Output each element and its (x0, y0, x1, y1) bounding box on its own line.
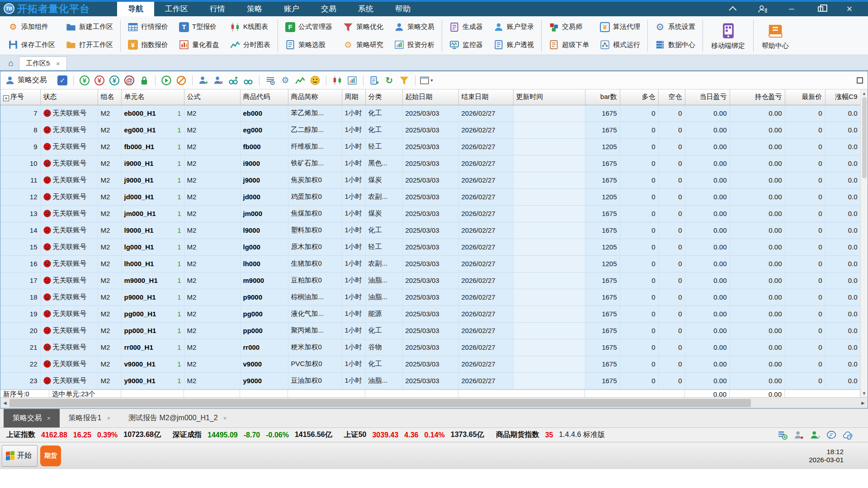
workspace-tab-close-icon[interactable]: × (56, 60, 60, 67)
table-row[interactable]: 17无关联账号M2m9000_H11M2m9000豆粕加权01小时油脂...20… (0, 272, 860, 289)
ribbon-button-mobile-binding[interactable]: 移动端绑定 (705, 18, 751, 54)
table-row[interactable]: 16无关联账号M2lh000_H11M2lh000生猪加权01小时农副...20… (0, 255, 860, 272)
table-row[interactable]: 9无关联账号M2fb000_H11M2fb000纤维板加...1小时轻工2025… (0, 138, 860, 155)
column-header-code[interactable]: 商品代码 (240, 89, 288, 105)
expand-all-icon[interactable]: + (3, 95, 9, 101)
statusbar-cloud-sync-icon[interactable] (843, 430, 853, 440)
toolbar-link-off-button[interactable] (243, 75, 254, 86)
table-row[interactable]: 20无关联账号M2pp000_H11M2pp000聚丙烯加...1小时化工202… (0, 322, 860, 339)
table-row[interactable]: 7无关联账号M2eb000_H11M2eb000苯乙烯加...1小时化工2025… (0, 105, 860, 122)
doc-tab-策略交易[interactable]: 策略交易× (4, 409, 60, 427)
column-header-start[interactable]: 起始日期 (402, 89, 458, 105)
column-header-short[interactable]: 空仓 (658, 89, 685, 105)
ribbon-button-generator[interactable]: 生成器 (444, 21, 488, 33)
toolbar-select-check-button[interactable]: ✓ (57, 75, 68, 86)
ribbon-button-strategy-research[interactable]: ⚙策略研究 (338, 39, 389, 51)
home-tab[interactable]: ⌂ (3, 56, 19, 70)
column-header-status[interactable]: 状态 (40, 89, 98, 105)
doc-tab-测试报告 M2@jm000_H1_2[interactable]: 测试报告 M2@jm000_H1_2× (119, 409, 236, 427)
toolbar-unlock-button[interactable] (139, 75, 150, 86)
user-account-icon[interactable] (756, 4, 769, 14)
horizontal-scrollbar[interactable]: ◄ ► (0, 397, 868, 408)
doc-tab-close-icon[interactable]: × (223, 415, 227, 422)
scroll-right-icon[interactable]: ► (859, 400, 868, 406)
ribbon-button-open-workspace[interactable]: 打开工作区 (61, 39, 118, 51)
horizontal-scroll-thumb[interactable] (9, 399, 751, 407)
doc-tab-close-icon[interactable]: × (107, 415, 111, 422)
ribbon-button-new-workspace[interactable]: 新建工作区 (61, 21, 118, 33)
toolbar-ban-button[interactable] (176, 75, 187, 86)
statusbar-message-icon[interactable] (826, 430, 836, 440)
scroll-left-icon[interactable]: ◄ (0, 400, 9, 406)
ribbon-button-system-settings[interactable]: ⚙系统设置 (650, 21, 701, 33)
menu-item-系统[interactable]: 系统 (347, 2, 384, 16)
table-row[interactable]: 18无关联账号M2p9000_H11M2p9000棕榈油加...1小时油脂...… (0, 289, 860, 305)
toolbar-fund-pause-button[interactable]: ¥ (94, 75, 105, 86)
ribbon-button-monitor[interactable]: 监控器 (444, 39, 488, 51)
desktop-monitor-icon[interactable] (852, 450, 863, 462)
table-row[interactable]: 15无关联账号M2lg000_H11M2lg000原木加权01小时轻工2025/… (0, 239, 860, 255)
table-row[interactable]: 10无关联账号M2i9000_H11M2i9000铁矿石加...1小时黑色...… (0, 155, 860, 172)
minimize-button[interactable]: ─ (785, 4, 798, 14)
toolbar-fund-lock-button[interactable]: ¥ (109, 75, 120, 86)
scroll-down-icon[interactable]: ▼ (862, 389, 867, 397)
ribbon-button-index-quote[interactable]: ¥指数报价 (123, 39, 174, 51)
column-header-last[interactable]: 最新价 (785, 89, 825, 105)
column-header-unit[interactable]: 单元名 (121, 89, 184, 105)
ribbon-button-help-center[interactable]: 帮助中心 (755, 18, 795, 54)
table-row[interactable]: 12无关联账号M2jd000_H11M2jd000鸡蛋加权01小时农副...20… (0, 188, 860, 205)
menu-item-导航[interactable]: 导航 (117, 2, 154, 16)
toolbar-refresh-button[interactable]: ↻ (384, 75, 395, 86)
ribbon-button-kline-chart[interactable]: K线图表 (225, 21, 276, 33)
toolbar-link-on-button[interactable] (228, 75, 239, 86)
ribbon-button-trader[interactable]: 交易师 (543, 21, 594, 33)
statusbar-user-online-icon[interactable]: ✓ (810, 430, 820, 440)
column-header-update[interactable]: 更新时间 (513, 89, 585, 105)
toolbar-clipboard-add-button[interactable] (369, 75, 380, 86)
toolbar-account-remove-button[interactable]: × (213, 75, 224, 86)
ribbon-button-save-workspace[interactable]: 保存工作区 (3, 39, 61, 51)
ribbon-button-algo-agent[interactable]: ¥算法代理 (594, 21, 646, 33)
close-button[interactable]: × (843, 4, 856, 14)
menu-item-账户[interactable]: 账户 (273, 2, 310, 16)
table-row[interactable]: 8无关联账号M2eg000_H11M2eg000乙二醇加...1小时化工2025… (0, 122, 860, 138)
vertical-scrollbar[interactable]: ▲ ▼ (860, 89, 868, 397)
column-header-idx[interactable]: +序号 (0, 89, 40, 105)
toolbar-equity-curve-button[interactable] (295, 75, 306, 86)
menu-item-帮助[interactable]: 帮助 (384, 2, 421, 16)
column-header-cat[interactable]: 分类 (365, 89, 402, 105)
toolbar-emotion-button[interactable] (310, 75, 321, 86)
ribbon-button-mode-run[interactable]: 模式运行 (594, 39, 646, 51)
restore-button[interactable] (814, 4, 827, 14)
column-header-bars[interactable]: bar数 (585, 89, 620, 105)
doc-tab-close-icon[interactable]: × (47, 415, 51, 422)
toolbar-list-config-button[interactable] (265, 75, 276, 86)
column-header-day[interactable]: 当日盈亏 (685, 89, 730, 105)
menu-item-交易[interactable]: 交易 (310, 2, 347, 16)
ribbon-button-investment-analysis[interactable]: 投资分析 (389, 39, 440, 51)
start-button[interactable]: 开始 (2, 445, 38, 467)
statusbar-user-offline-icon[interactable]: ● (794, 430, 804, 440)
ribbon-button-formula-manager[interactable]: F公式管理器 (280, 21, 338, 33)
ribbon-button-stock-pick[interactable]: 策略选股 (280, 39, 338, 51)
table-row[interactable]: 23无关联账号M2y9000_H11M2y9000豆油加权01小时油脂...20… (0, 372, 860, 389)
toolbar-play-button[interactable] (161, 75, 172, 86)
column-header-chg[interactable]: 涨幅C9 (825, 89, 860, 105)
scroll-up-icon[interactable]: ▲ (862, 89, 867, 97)
taskbar-app-futures-app[interactable]: 期货 (40, 446, 61, 466)
ribbon-button-quote-board[interactable]: 行情报价 (123, 21, 174, 33)
column-header-end[interactable]: 结束日期 (458, 89, 513, 105)
taskbar-clock[interactable]: 18:12 2026-03-01 (806, 448, 846, 464)
toolbar-at-lock-button[interactable]: @ (124, 75, 135, 86)
column-header-name[interactable]: 商品简称 (288, 89, 342, 105)
column-header-long[interactable]: 多仓 (620, 89, 658, 105)
ribbon-button-account-perspective[interactable]: 账户透视 (488, 39, 539, 51)
doc-tab-策略报告1[interactable]: 策略报告1× (60, 409, 120, 427)
table-row[interactable]: 22无关联账号M2v9000_H11M2v9000PVC加权01小时化工2025… (0, 356, 860, 372)
column-header-group[interactable]: 组名 (98, 89, 121, 105)
column-header-period[interactable]: 周期 (342, 89, 365, 105)
ribbon-button-data-center[interactable]: 数据中心 (650, 39, 701, 51)
menu-item-策略[interactable]: 策略 (236, 2, 273, 16)
workspace-tab[interactable]: 工作区5 × (19, 56, 67, 70)
toolbar-report-chart-button[interactable] (347, 75, 358, 86)
